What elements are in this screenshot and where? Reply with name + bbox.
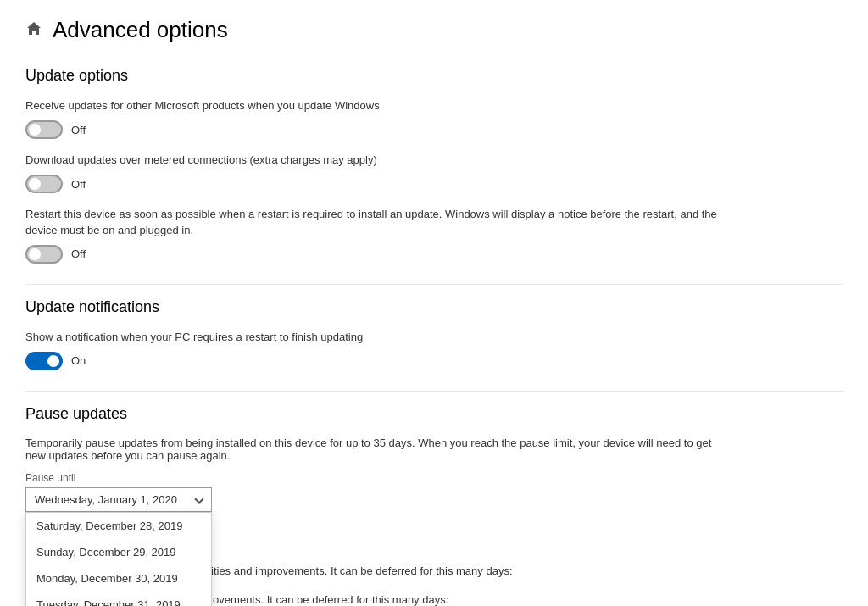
receive-updates-option: Receive updates for other Microsoft prod… [25,98,843,139]
download-metered-toggle[interactable] [25,175,63,193]
restart-device-toggle[interactable] [25,245,63,264]
show-notification-toggle[interactable] [25,352,63,370]
home-icon[interactable] [25,20,42,40]
restart-device-option: Restart this device as soon as possible … [25,207,843,263]
divider-2 [25,391,843,392]
dropdown-item-0[interactable]: Saturday, December 28, 2019 [26,513,211,539]
update-notifications-section: Update notifications Show a notification… [25,298,843,370]
restart-device-description: Restart this device as soon as possible … [25,207,721,237]
page-header: Advanced options [25,17,843,43]
page-title: Advanced options [53,17,228,43]
update-notifications-title: Update notifications [25,298,843,316]
show-notification-option: Show a notification when your PC require… [25,330,843,370]
pause-until-container: Pause until Wednesday, January 1, 2020 S… [25,472,843,512]
pause-updates-section: Pause updates Temporarily pause updates … [25,405,843,606]
update-options-section: Update options Receive updates for other… [25,67,843,264]
pause-until-dropdown-container: Wednesday, January 1, 2020 Saturday, Dec… [25,487,212,512]
pause-until-dropdown-menu: Saturday, December 28, 2019 Sunday, Dece… [25,512,212,606]
download-metered-option: Download updates over metered connection… [25,153,843,193]
dropdown-item-3[interactable]: Tuesday, December 31, 2019 [26,592,211,606]
receive-updates-label: Off [71,124,86,136]
dropdown-item-2[interactable]: Monday, December 30, 2019 [26,565,211,592]
download-metered-label: Off [71,178,86,191]
dropdown-item-1[interactable]: Sunday, December 29, 2019 [26,539,211,565]
chevron-down-icon [194,495,203,504]
receive-updates-description: Receive updates for other Microsoft prod… [25,98,721,114]
show-notification-label: On [71,354,86,367]
update-options-title: Update options [25,67,843,85]
pause-updates-title: Pause updates [25,405,843,423]
pause-until-label: Pause until [25,472,843,484]
pause-until-selected-value: Wednesday, January 1, 2020 [35,493,177,506]
pause-updates-description: Temporarily pause updates from being ins… [25,436,721,462]
restart-device-label: Off [71,247,86,260]
download-metered-description: Download updates over metered connection… [25,153,721,168]
receive-updates-toggle[interactable] [25,120,63,139]
divider-1 [25,284,843,285]
pause-until-dropdown-button[interactable]: Wednesday, January 1, 2020 [25,487,212,512]
show-notification-description: Show a notification when your PC require… [25,330,721,345]
